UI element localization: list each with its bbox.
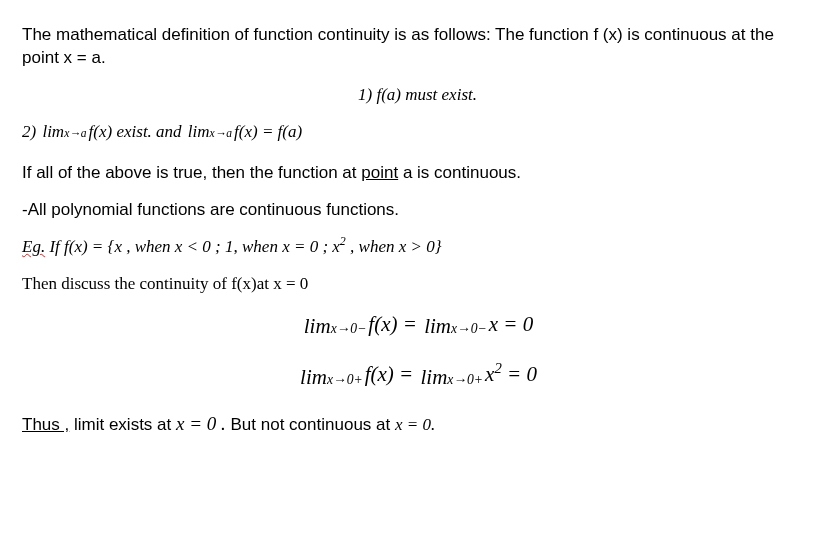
text-segment: limit exists at <box>69 415 176 434</box>
lim-0-plus-1: limx→0+ <box>300 363 363 391</box>
lim-subscript: x→a <box>64 127 86 140</box>
limit-left: limx→0−f(x) = limx→0−x = 0 <box>22 310 813 340</box>
intro-paragraph: The mathematical definition of function … <box>22 24 813 70</box>
eq-segment: = 0 <box>502 362 537 386</box>
lim-subscript: x→0− <box>331 321 367 336</box>
lim-subscript: x→0+ <box>327 372 363 387</box>
eq-segment: f(x) = <box>365 362 419 386</box>
lim-x-to-a-2: limx→a <box>188 121 232 144</box>
eq-segment: x <box>485 362 494 386</box>
thus-label: Thus , <box>22 415 69 434</box>
lim-0-minus-1: limx→0− <box>304 312 367 340</box>
lim-subscript: x→0− <box>451 321 487 336</box>
text-segment: But not continuous at <box>231 415 395 434</box>
lim-subscript: x→0+ <box>447 372 483 387</box>
eg-body: If f(x) = {x , when x < 0 ; 1, when x = … <box>45 237 340 256</box>
text-segment: a is continuous. <box>398 163 521 182</box>
math-x: x <box>176 413 189 434</box>
lim-subscript: x→a <box>210 127 232 140</box>
underlined-point: point <box>361 163 398 182</box>
math-x-eq-zero: x = 0. <box>395 415 435 434</box>
lim-label: lim <box>424 314 451 338</box>
lim-0-plus-2: limx→0+ <box>420 363 483 391</box>
text-segment: If all of the above is true, then the fu… <box>22 163 361 182</box>
example-definition: Eg. If f(x) = {x , when x < 0 ; 1, when … <box>22 236 813 259</box>
lim-label: lim <box>304 314 331 338</box>
eg-tail: , when x > 0} <box>346 237 442 256</box>
cond2-text-2: f(x) = f(a) <box>234 122 302 141</box>
lim-0-minus-2: limx→0− <box>424 312 487 340</box>
continuity-statement: If all of the above is true, then the fu… <box>22 162 813 185</box>
eq-segment: f(x) = <box>368 312 422 336</box>
condition-1: 1) f(a) must exist. <box>22 84 813 107</box>
eq-segment: x = 0 <box>489 312 534 336</box>
condition-2: 2) limx→af(x) exist. and limx→af(x) = f(… <box>22 121 813 145</box>
lim-label: lim <box>188 122 210 141</box>
squared: 2 <box>494 360 501 376</box>
lim-label: lim <box>420 365 447 389</box>
math-eq-zero: = 0 . <box>189 413 230 434</box>
conclusion: Thus , limit exists at x = 0 . But not c… <box>22 411 813 437</box>
eg-label: Eg. <box>22 237 45 256</box>
cond2-text-1: f(x) exist. and <box>89 122 186 141</box>
cond2-prefix: 2) <box>22 122 40 141</box>
text-segment: Then discuss the continuity of f(x)at x … <box>22 274 308 293</box>
polynomial-note: -All polynomial functions are continuous… <box>22 199 813 222</box>
lim-x-to-a-1: limx→a <box>42 121 86 144</box>
discuss-continuity: Then discuss the continuity of f(x)at x … <box>22 273 813 296</box>
lim-label: lim <box>42 122 64 141</box>
lim-label: lim <box>300 365 327 389</box>
limit-right: limx→0+f(x) = limx→0+x2 = 0 <box>22 360 813 390</box>
